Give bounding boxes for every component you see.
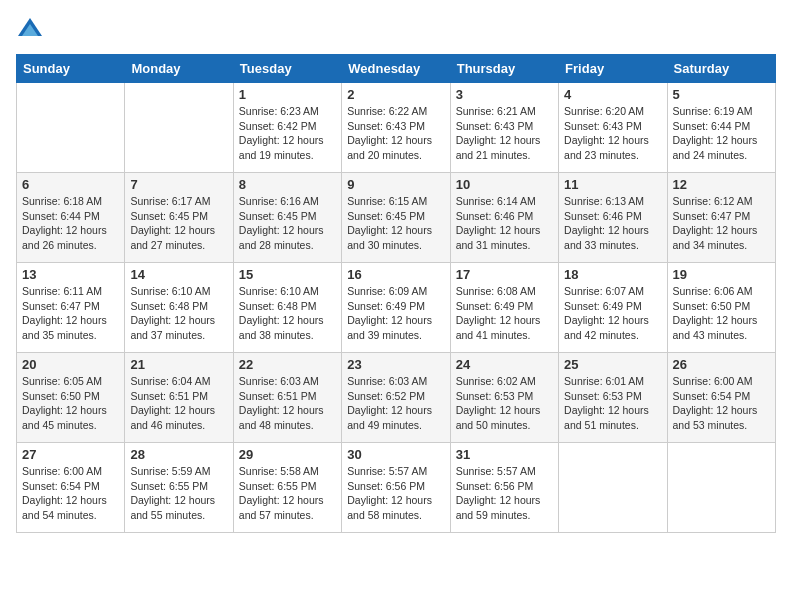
day-info: Sunrise: 6:20 AM Sunset: 6:43 PM Dayligh… [564,104,661,163]
day-info: Sunrise: 6:23 AM Sunset: 6:42 PM Dayligh… [239,104,336,163]
calendar-week-row: 13Sunrise: 6:11 AM Sunset: 6:47 PM Dayli… [17,263,776,353]
day-info: Sunrise: 6:17 AM Sunset: 6:45 PM Dayligh… [130,194,227,253]
calendar-cell: 30Sunrise: 5:57 AM Sunset: 6:56 PM Dayli… [342,443,450,533]
day-number: 14 [130,267,227,282]
day-info: Sunrise: 6:09 AM Sunset: 6:49 PM Dayligh… [347,284,444,343]
day-info: Sunrise: 6:07 AM Sunset: 6:49 PM Dayligh… [564,284,661,343]
day-info: Sunrise: 6:11 AM Sunset: 6:47 PM Dayligh… [22,284,119,343]
calendar-week-row: 6Sunrise: 6:18 AM Sunset: 6:44 PM Daylig… [17,173,776,263]
calendar-cell: 6Sunrise: 6:18 AM Sunset: 6:44 PM Daylig… [17,173,125,263]
logo [16,16,48,44]
weekday-header-wednesday: Wednesday [342,55,450,83]
day-number: 17 [456,267,553,282]
day-number: 2 [347,87,444,102]
calendar-cell [125,83,233,173]
calendar-cell: 15Sunrise: 6:10 AM Sunset: 6:48 PM Dayli… [233,263,341,353]
calendar-cell: 31Sunrise: 5:57 AM Sunset: 6:56 PM Dayli… [450,443,558,533]
day-info: Sunrise: 5:57 AM Sunset: 6:56 PM Dayligh… [347,464,444,523]
calendar-cell: 29Sunrise: 5:58 AM Sunset: 6:55 PM Dayli… [233,443,341,533]
day-info: Sunrise: 6:00 AM Sunset: 6:54 PM Dayligh… [22,464,119,523]
weekday-header-sunday: Sunday [17,55,125,83]
calendar-cell: 1Sunrise: 6:23 AM Sunset: 6:42 PM Daylig… [233,83,341,173]
calendar-cell: 12Sunrise: 6:12 AM Sunset: 6:47 PM Dayli… [667,173,775,263]
day-number: 21 [130,357,227,372]
day-info: Sunrise: 5:58 AM Sunset: 6:55 PM Dayligh… [239,464,336,523]
calendar-cell: 27Sunrise: 6:00 AM Sunset: 6:54 PM Dayli… [17,443,125,533]
day-info: Sunrise: 6:18 AM Sunset: 6:44 PM Dayligh… [22,194,119,253]
calendar-body: 1Sunrise: 6:23 AM Sunset: 6:42 PM Daylig… [17,83,776,533]
day-number: 8 [239,177,336,192]
day-info: Sunrise: 6:02 AM Sunset: 6:53 PM Dayligh… [456,374,553,433]
day-info: Sunrise: 6:03 AM Sunset: 6:51 PM Dayligh… [239,374,336,433]
weekday-header-monday: Monday [125,55,233,83]
calendar: SundayMondayTuesdayWednesdayThursdayFrid… [16,54,776,533]
day-info: Sunrise: 6:03 AM Sunset: 6:52 PM Dayligh… [347,374,444,433]
day-info: Sunrise: 6:05 AM Sunset: 6:50 PM Dayligh… [22,374,119,433]
day-info: Sunrise: 6:00 AM Sunset: 6:54 PM Dayligh… [673,374,770,433]
day-number: 25 [564,357,661,372]
day-number: 12 [673,177,770,192]
weekday-header-saturday: Saturday [667,55,775,83]
page-header [16,16,776,44]
calendar-cell: 3Sunrise: 6:21 AM Sunset: 6:43 PM Daylig… [450,83,558,173]
calendar-cell: 16Sunrise: 6:09 AM Sunset: 6:49 PM Dayli… [342,263,450,353]
calendar-cell: 13Sunrise: 6:11 AM Sunset: 6:47 PM Dayli… [17,263,125,353]
day-number: 26 [673,357,770,372]
day-number: 6 [22,177,119,192]
day-number: 3 [456,87,553,102]
day-number: 30 [347,447,444,462]
calendar-cell: 20Sunrise: 6:05 AM Sunset: 6:50 PM Dayli… [17,353,125,443]
calendar-cell: 23Sunrise: 6:03 AM Sunset: 6:52 PM Dayli… [342,353,450,443]
calendar-cell: 9Sunrise: 6:15 AM Sunset: 6:45 PM Daylig… [342,173,450,263]
calendar-week-row: 1Sunrise: 6:23 AM Sunset: 6:42 PM Daylig… [17,83,776,173]
calendar-cell: 8Sunrise: 6:16 AM Sunset: 6:45 PM Daylig… [233,173,341,263]
day-number: 13 [22,267,119,282]
day-info: Sunrise: 6:04 AM Sunset: 6:51 PM Dayligh… [130,374,227,433]
calendar-cell: 25Sunrise: 6:01 AM Sunset: 6:53 PM Dayli… [559,353,667,443]
day-number: 16 [347,267,444,282]
day-info: Sunrise: 6:06 AM Sunset: 6:50 PM Dayligh… [673,284,770,343]
calendar-cell: 17Sunrise: 6:08 AM Sunset: 6:49 PM Dayli… [450,263,558,353]
weekday-header-thursday: Thursday [450,55,558,83]
weekday-header-tuesday: Tuesday [233,55,341,83]
calendar-cell [667,443,775,533]
day-number: 7 [130,177,227,192]
calendar-cell: 22Sunrise: 6:03 AM Sunset: 6:51 PM Dayli… [233,353,341,443]
day-info: Sunrise: 6:12 AM Sunset: 6:47 PM Dayligh… [673,194,770,253]
day-number: 4 [564,87,661,102]
day-info: Sunrise: 6:19 AM Sunset: 6:44 PM Dayligh… [673,104,770,163]
calendar-cell: 14Sunrise: 6:10 AM Sunset: 6:48 PM Dayli… [125,263,233,353]
day-info: Sunrise: 6:22 AM Sunset: 6:43 PM Dayligh… [347,104,444,163]
calendar-cell: 5Sunrise: 6:19 AM Sunset: 6:44 PM Daylig… [667,83,775,173]
calendar-cell: 10Sunrise: 6:14 AM Sunset: 6:46 PM Dayli… [450,173,558,263]
day-info: Sunrise: 6:21 AM Sunset: 6:43 PM Dayligh… [456,104,553,163]
day-number: 28 [130,447,227,462]
calendar-cell: 21Sunrise: 6:04 AM Sunset: 6:51 PM Dayli… [125,353,233,443]
day-number: 27 [22,447,119,462]
day-number: 18 [564,267,661,282]
calendar-cell: 19Sunrise: 6:06 AM Sunset: 6:50 PM Dayli… [667,263,775,353]
day-number: 15 [239,267,336,282]
day-number: 9 [347,177,444,192]
day-number: 5 [673,87,770,102]
day-info: Sunrise: 6:16 AM Sunset: 6:45 PM Dayligh… [239,194,336,253]
day-info: Sunrise: 6:10 AM Sunset: 6:48 PM Dayligh… [239,284,336,343]
weekday-header-friday: Friday [559,55,667,83]
calendar-week-row: 27Sunrise: 6:00 AM Sunset: 6:54 PM Dayli… [17,443,776,533]
day-info: Sunrise: 6:15 AM Sunset: 6:45 PM Dayligh… [347,194,444,253]
day-info: Sunrise: 5:57 AM Sunset: 6:56 PM Dayligh… [456,464,553,523]
calendar-week-row: 20Sunrise: 6:05 AM Sunset: 6:50 PM Dayli… [17,353,776,443]
calendar-cell: 18Sunrise: 6:07 AM Sunset: 6:49 PM Dayli… [559,263,667,353]
day-info: Sunrise: 6:13 AM Sunset: 6:46 PM Dayligh… [564,194,661,253]
calendar-cell: 28Sunrise: 5:59 AM Sunset: 6:55 PM Dayli… [125,443,233,533]
calendar-cell: 4Sunrise: 6:20 AM Sunset: 6:43 PM Daylig… [559,83,667,173]
day-info: Sunrise: 5:59 AM Sunset: 6:55 PM Dayligh… [130,464,227,523]
day-number: 29 [239,447,336,462]
calendar-cell: 7Sunrise: 6:17 AM Sunset: 6:45 PM Daylig… [125,173,233,263]
day-number: 10 [456,177,553,192]
calendar-cell: 2Sunrise: 6:22 AM Sunset: 6:43 PM Daylig… [342,83,450,173]
day-info: Sunrise: 6:08 AM Sunset: 6:49 PM Dayligh… [456,284,553,343]
day-info: Sunrise: 6:14 AM Sunset: 6:46 PM Dayligh… [456,194,553,253]
day-info: Sunrise: 6:10 AM Sunset: 6:48 PM Dayligh… [130,284,227,343]
day-number: 23 [347,357,444,372]
